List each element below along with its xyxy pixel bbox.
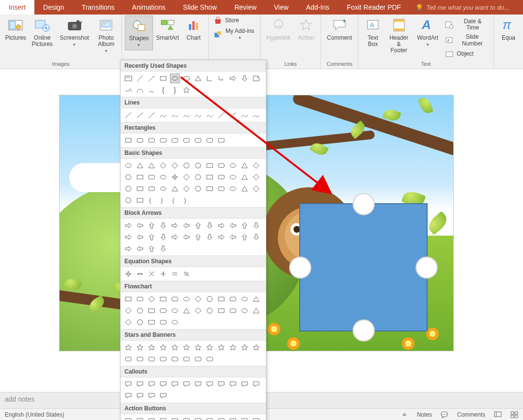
shape-item[interactable] [170, 135, 180, 145]
shape-item[interactable] [205, 343, 215, 352]
photo-album-button[interactable]: Photo Album [94, 15, 119, 56]
shape-item[interactable] [135, 135, 145, 145]
shape-down-arrow[interactable] [240, 74, 249, 83]
shape-item[interactable] [228, 232, 238, 242]
shape-item[interactable] [123, 317, 133, 327]
shape-item[interactable] [170, 354, 180, 364]
shape-item[interactable] [135, 343, 145, 352]
shape-item[interactable] [147, 343, 156, 352]
tab-transitions[interactable]: Transitions [73, 0, 123, 15]
shape-item[interactable] [251, 161, 261, 170]
shape-item[interactable] [216, 161, 226, 170]
shapes-button[interactable]: Shapes [125, 15, 153, 50]
shape-right-arrow[interactable] [228, 74, 238, 83]
tab-design[interactable]: Design [34, 0, 73, 15]
shape-item[interactable] [135, 184, 145, 194]
shape-item[interactable] [135, 232, 145, 242]
shape-item[interactable] [147, 306, 156, 315]
shape-item[interactable] [193, 172, 203, 182]
shape-item[interactable] [216, 221, 226, 230]
shape-item[interactable] [251, 306, 261, 315]
shape-item[interactable] [193, 135, 203, 145]
shape-item[interactable] [158, 379, 168, 389]
shape-rounded-rect[interactable] [182, 74, 191, 83]
shape-item[interactable] [205, 110, 215, 120]
shape-item[interactable] [158, 317, 168, 327]
shape-item[interactable] [158, 294, 168, 304]
shape-item[interactable] [147, 354, 156, 364]
shape-item[interactable] [158, 306, 168, 315]
normal-view-icon[interactable] [494, 411, 502, 419]
shape-item[interactable] [147, 232, 156, 242]
shape-item[interactable] [147, 135, 156, 145]
shape-item[interactable] [205, 416, 215, 420]
shape-item[interactable] [147, 391, 156, 401]
shape-item[interactable] [170, 184, 180, 194]
shape-item[interactable] [182, 343, 191, 352]
shape-item[interactable] [123, 195, 133, 205]
shape-item[interactable] [170, 416, 180, 420]
shape-item[interactable] [216, 379, 226, 389]
wordart-button[interactable]: A WordArt [413, 15, 442, 49]
shape-item[interactable] [251, 343, 261, 352]
shape-item[interactable] [240, 416, 249, 420]
shape-item[interactable] [147, 244, 156, 254]
shape-item[interactable] [193, 221, 203, 230]
screenshot-button[interactable]: + Screenshot [56, 15, 93, 49]
shape-item[interactable] [170, 232, 180, 242]
shape-item[interactable] [205, 161, 215, 170]
shape-item[interactable] [123, 294, 133, 304]
handle-top[interactable] [353, 193, 375, 215]
shape-item[interactable] [135, 317, 145, 327]
shape-item[interactable] [251, 294, 261, 304]
shape-item[interactable] [170, 269, 180, 279]
shape-item[interactable] [158, 232, 168, 242]
shape-item[interactable] [147, 269, 156, 279]
shape-item[interactable] [123, 184, 133, 194]
tab-foxit[interactable]: Foxit Reader PDF [338, 0, 410, 15]
shape-item[interactable] [228, 221, 238, 230]
shape-item[interactable] [193, 184, 203, 194]
shape-item[interactable] [147, 221, 156, 230]
tell-me-search[interactable]: Tell me what you want to do... [415, 0, 509, 15]
shape-item[interactable] [240, 379, 249, 389]
shape-item[interactable] [123, 232, 133, 242]
shape-item[interactable] [170, 110, 180, 120]
slide-number-button[interactable]: # Slide Number [443, 33, 491, 47]
shape-item[interactable] [123, 172, 133, 182]
shape-item[interactable] [158, 184, 168, 194]
shape-item[interactable] [170, 221, 180, 230]
shape-item[interactable] [251, 379, 261, 389]
shape-item[interactable] [123, 343, 133, 352]
shape-item[interactable] [193, 294, 203, 304]
shape-item[interactable] [205, 306, 215, 315]
date-time-button[interactable]: Date & Time [443, 17, 491, 32]
shape-item[interactable] [228, 294, 238, 304]
shape-item[interactable] [216, 135, 226, 145]
shape-item[interactable] [123, 354, 133, 364]
shape-item[interactable] [193, 343, 203, 352]
shape-item[interactable]: } [158, 195, 168, 205]
shape-item[interactable] [251, 416, 261, 420]
shape-item[interactable] [182, 221, 191, 230]
inserted-rectangle-shape[interactable] [299, 203, 428, 331]
shape-item[interactable] [193, 354, 203, 364]
shape-item[interactable] [228, 306, 238, 315]
shape-item[interactable] [147, 172, 156, 182]
shape-star[interactable] [182, 85, 191, 95]
shape-item[interactable] [228, 110, 238, 120]
tab-insert[interactable]: Insert [0, 0, 34, 15]
shape-item[interactable] [135, 195, 145, 205]
tab-view[interactable]: View [265, 0, 297, 15]
shape-item[interactable] [205, 221, 215, 230]
shape-item[interactable]: ( [170, 195, 180, 205]
shape-item[interactable] [135, 379, 145, 389]
shape-item[interactable] [147, 379, 156, 389]
shape-item[interactable] [182, 161, 191, 170]
shape-item[interactable] [170, 294, 180, 304]
shape-item[interactable] [240, 184, 249, 194]
shape-item[interactable] [135, 110, 145, 120]
shape-item[interactable] [216, 110, 226, 120]
shape-l-arrow[interactable] [216, 74, 226, 83]
shape-item[interactable] [205, 354, 215, 364]
